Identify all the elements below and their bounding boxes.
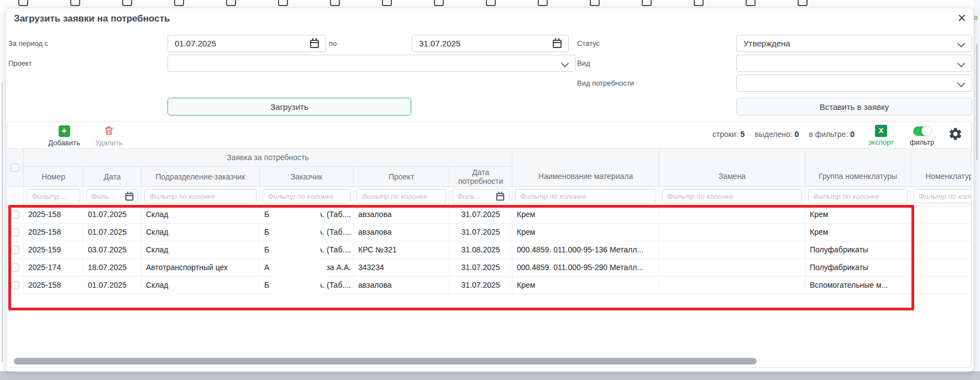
cell-nomenclature_group: Крем [805, 224, 911, 241]
calendar-icon[interactable] [125, 193, 133, 201]
row-checkbox[interactable] [11, 281, 19, 289]
screen: о Загрузить заявки на потребность × За п… [0, 0, 980, 380]
need-kind-label: Вид потребности [577, 75, 634, 92]
filter-input-material[interactable] [515, 189, 656, 203]
cell-manual_nomenclature [911, 206, 972, 223]
delete-button-label: Удалить [87, 139, 131, 147]
filter-input-department[interactable] [144, 189, 256, 203]
column-header-manual_nomenclature[interactable]: Номенклатура (ручной ввод) [911, 149, 972, 187]
background-icon [174, 0, 184, 6]
customer-left-fragment: Б [264, 241, 269, 258]
cell-number: 2025-158 [24, 224, 83, 241]
cell-need_date: 31.07.2025 [449, 259, 512, 276]
row-checkbox[interactable] [11, 246, 19, 254]
row-checkbox[interactable] [11, 210, 19, 219]
load-requests-dialog: Загрузить заявки на потребность × За пер… [6, 8, 974, 372]
kind-select[interactable] [736, 55, 972, 72]
column-header-department[interactable]: Подразделение-заказчик [142, 167, 260, 187]
customer-left-fragment: А [264, 259, 269, 276]
row-checkbox[interactable] [11, 228, 19, 236]
status-value: Утверждена [737, 35, 972, 51]
close-icon[interactable]: × [953, 9, 970, 26]
period-to-field[interactable] [412, 35, 569, 52]
row-checkbox-cell [7, 259, 24, 276]
trash-icon [103, 125, 114, 137]
filter-input-customer[interactable] [263, 189, 350, 203]
calendar-icon[interactable] [496, 193, 504, 201]
delete-button[interactable]: Удалить [87, 125, 131, 147]
period-from-input[interactable] [168, 35, 326, 51]
project-select[interactable] [167, 55, 576, 72]
row-checkbox[interactable] [11, 263, 19, 272]
cell-material: Крем [512, 277, 659, 294]
toggle-on-icon[interactable] [913, 126, 931, 136]
background-icon [486, 0, 496, 6]
filter-input-project[interactable] [357, 189, 446, 203]
column-header-material[interactable]: Наименование материала [512, 149, 659, 187]
table-row[interactable]: 2025-15903.07.2025СкладБА. (Таб....КРС №… [7, 241, 972, 259]
gear-icon[interactable] [948, 126, 963, 141]
dialog-title: Загрузить заявки на потребность [14, 13, 170, 24]
filtered-count-value: 0 [850, 130, 855, 139]
status-label: Статус [577, 35, 600, 52]
table-row[interactable]: 2025-15801.07.2025СкладБА. (Таб....авзал… [7, 206, 972, 224]
customer-right-fragment: за А.А. [326, 259, 351, 276]
rows-count-value: 5 [741, 130, 745, 139]
table-row[interactable]: 2025-15801.07.2025СкладБА. (Таб....авзал… [7, 224, 972, 241]
filter-input-number[interactable] [27, 189, 80, 203]
need-kind-select[interactable] [736, 75, 972, 92]
load-button[interactable]: Загрузить [167, 98, 411, 115]
export-button[interactable]: X экспорт [866, 125, 897, 146]
filter-cell-manual_nomenclature [911, 187, 972, 205]
cell-project: авзалова [354, 277, 449, 294]
period-to-input[interactable] [412, 35, 568, 51]
column-header-nomenclature_group[interactable]: Группа номенклатуры [805, 149, 911, 187]
cell-material: Крем [512, 206, 659, 223]
column-header-need_date[interactable]: Дата потребности [449, 167, 512, 187]
column-header-project[interactable]: Проект [354, 167, 449, 187]
filter-input-replacement[interactable] [662, 189, 802, 203]
redaction-overlay [272, 206, 321, 295]
table-row[interactable]: 2025-17418.07.2025Автотранспортный цехАз… [7, 259, 972, 277]
horizontal-scrollbar-thumb[interactable] [14, 358, 757, 365]
cell-need_date: 31.08.2025 [449, 241, 512, 258]
calendar-icon[interactable] [553, 40, 562, 48]
filter-input-nomenclature_group[interactable] [808, 189, 908, 203]
cell-need_date: 31.07.2025 [449, 206, 512, 223]
insert-into-request-button[interactable]: Вставить в заявку [736, 98, 972, 115]
cell-need_date: 31.07.2025 [449, 277, 512, 294]
cell-date: 01.07.2025 [83, 206, 142, 223]
cell-nomenclature_group: Полуфабрикаты [805, 241, 911, 258]
table-row[interactable]: 2025-15801.07.2025СкладБА. (Таб....авзал… [7, 277, 972, 294]
add-button[interactable]: + Добавить [42, 125, 86, 147]
background-icon [18, 0, 28, 6]
cell-project: 343234 [354, 259, 449, 276]
cell-manual_nomenclature [911, 241, 972, 258]
period-from-field[interactable] [167, 35, 326, 52]
cell-department: Склад [142, 277, 260, 294]
background-icon [226, 0, 236, 6]
column-header-customer[interactable]: Заказчик [260, 167, 354, 187]
filter-cell-department [142, 187, 260, 205]
filter-toggle[interactable]: фильтр [904, 125, 940, 146]
select-all-checkbox[interactable] [11, 163, 19, 172]
column-header-replacement[interactable]: Замена [659, 149, 805, 187]
filter-cell-nomenclature_group [805, 187, 911, 205]
column-header-date[interactable]: Дата [83, 167, 142, 187]
status-select[interactable]: Утверждена [736, 35, 972, 52]
row-checkbox-cell [7, 277, 24, 294]
column-header-number[interactable]: Номер [24, 167, 83, 187]
filter-input-manual_nomenclature[interactable] [914, 189, 972, 203]
cell-manual_nomenclature [911, 259, 972, 276]
plus-icon: + [59, 125, 70, 137]
background-icon [590, 0, 600, 6]
row-checkbox-cell [7, 241, 24, 258]
filter-cell-number [24, 187, 83, 205]
table-body: 2025-15801.07.2025СкладБА. (Таб....авзал… [7, 206, 972, 294]
background-panel-edge [2, 83, 3, 362]
cell-department: Автотранспортный цех [142, 259, 260, 276]
background-icon [538, 0, 548, 6]
calendar-icon[interactable] [310, 40, 319, 48]
cell-project: авзалова [354, 224, 449, 241]
filter-toggle-label: фильтр [904, 138, 940, 146]
